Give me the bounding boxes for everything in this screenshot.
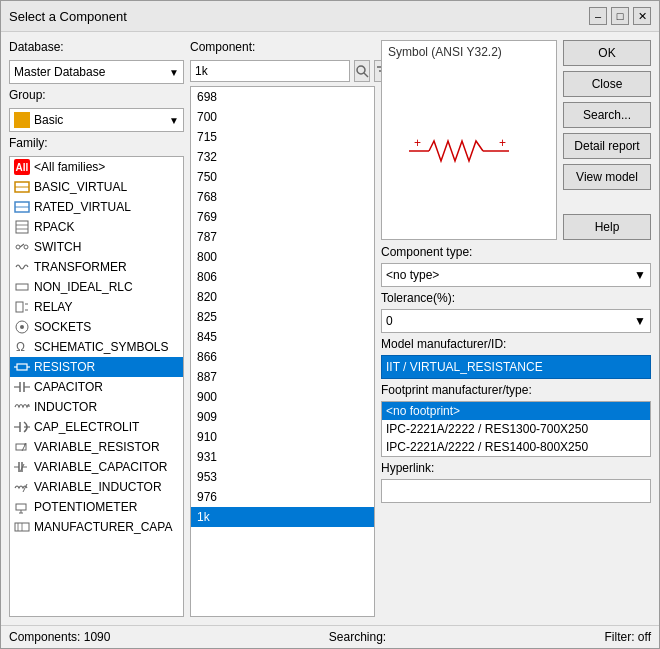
title-bar: Select a Component – □ ✕ <box>1 1 659 32</box>
detail-report-button[interactable]: Detail report <box>563 133 651 159</box>
footprint-label: Footprint manufacturer/type: <box>381 383 651 397</box>
components-count: Components: 1090 <box>9 630 110 644</box>
minimize-button[interactable]: – <box>589 7 607 25</box>
left-panel: Database: Master Database ▼ Group: Basic… <box>9 40 184 617</box>
family-item-transformer[interactable]: TRANSFORMER <box>10 257 183 277</box>
family-item-variable-capacitor[interactable]: VARIABLE_CAPACITOR <box>10 457 183 477</box>
component-item[interactable]: 820 <box>191 287 374 307</box>
svg-point-8 <box>24 245 28 249</box>
family-item-rated-virtual[interactable]: RATED_VIRTUAL <box>10 197 183 217</box>
svg-text:Ω: Ω <box>16 340 25 354</box>
component-item[interactable]: 698 <box>191 87 374 107</box>
family-item-manufacturer-capa[interactable]: MANUFACTURER_CAPA <box>10 517 183 537</box>
component-item[interactable]: 887 <box>191 367 374 387</box>
family-item-relay[interactable]: RELAY <box>10 297 183 317</box>
help-button[interactable]: Help <box>563 214 651 240</box>
family-item-variable-inductor-label: VARIABLE_INDUCTOR <box>34 480 162 494</box>
component-item[interactable]: 866 <box>191 347 374 367</box>
family-item-all[interactable]: All <All families> <box>10 157 183 177</box>
component-item[interactable]: 732 <box>191 147 374 167</box>
family-item-cap-electrolit-label: CAP_ELECTROLIT <box>34 420 139 434</box>
component-item[interactable]: 750 <box>191 167 374 187</box>
family-item-basic-virtual[interactable]: BASIC_VIRTUAL <box>10 177 183 197</box>
rated-virtual-icon <box>14 199 30 215</box>
symbol-and-buttons-area: Symbol (ANSI Y32.2) + + <box>381 40 651 240</box>
status-bar: Components: 1090 Searching: Filter: off <box>1 625 659 648</box>
component-list[interactable]: 698 700 715 732 750 768 769 787 800 806 … <box>190 86 375 617</box>
component-search-area <box>190 60 375 82</box>
basic-virtual-icon <box>14 179 30 195</box>
component-type-value: <no type> <box>386 268 439 282</box>
view-model-button[interactable]: View model <box>563 164 651 190</box>
component-item[interactable]: 787 <box>191 227 374 247</box>
sockets-icon <box>14 319 30 335</box>
properties-area: Component type: <no type> ▼ Tolerance(%)… <box>381 245 651 503</box>
family-item-rpack[interactable]: RPACK <box>10 217 183 237</box>
search-button[interactable] <box>354 60 370 82</box>
family-item-non-ideal-rlc[interactable]: NON_IDEAL_RLC <box>10 277 183 297</box>
component-item-selected[interactable]: 1k <box>191 507 374 527</box>
family-item-switch[interactable]: SWITCH <box>10 237 183 257</box>
family-item-inductor[interactable]: INDUCTOR <box>10 397 183 417</box>
footprint-item-res1300[interactable]: IPC-2221A/2222 / RES1300-700X250 <box>382 420 650 438</box>
component-item[interactable]: 768 <box>191 187 374 207</box>
symbol-canvas: + + <box>382 63 556 239</box>
svg-text:+: + <box>414 136 421 150</box>
family-list[interactable]: All <All families> BASIC_VIRTUAL RATED_V… <box>9 156 184 617</box>
database-dropdown[interactable]: Master Database ▼ <box>9 60 184 84</box>
component-type-label: Component type: <box>381 245 651 259</box>
component-type-arrow: ▼ <box>634 268 646 282</box>
family-item-potentiometer[interactable]: POTENTIOMETER <box>10 497 183 517</box>
component-search-input[interactable] <box>190 60 350 82</box>
family-item-capacitor[interactable]: CAPACITOR <box>10 377 183 397</box>
footprint-list[interactable]: <no footprint> IPC-2221A/2222 / RES1300-… <box>381 401 651 457</box>
hyperlink-input[interactable] <box>381 479 651 503</box>
family-item-variable-inductor[interactable]: VARIABLE_INDUCTOR <box>10 477 183 497</box>
family-item-variable-resistor[interactable]: VARIABLE_RESISTOR <box>10 437 183 457</box>
component-type-dropdown[interactable]: <no type> ▼ <box>381 263 651 287</box>
footprint-item-res1400[interactable]: IPC-2221A/2222 / RES1400-800X250 <box>382 438 650 456</box>
family-item-sockets-label: SOCKETS <box>34 320 91 334</box>
search-icon <box>355 64 369 78</box>
ok-button[interactable]: OK <box>563 40 651 66</box>
content-area: Database: Master Database ▼ Group: Basic… <box>1 32 659 625</box>
family-item-schematic-symbols[interactable]: Ω SCHEMATIC_SYMBOLS <box>10 337 183 357</box>
component-item[interactable]: 700 <box>191 107 374 127</box>
component-item[interactable]: 931 <box>191 447 374 467</box>
component-item[interactable]: 715 <box>191 127 374 147</box>
component-item[interactable]: 976 <box>191 487 374 507</box>
family-item-rated-virtual-label: RATED_VIRTUAL <box>34 200 131 214</box>
tolerance-dropdown[interactable]: 0 ▼ <box>381 309 651 333</box>
family-item-sockets[interactable]: SOCKETS <box>10 317 183 337</box>
footprint-item-no-footprint[interactable]: <no footprint> <box>382 402 650 420</box>
right-panel: Symbol (ANSI Y32.2) + + <box>381 40 651 617</box>
family-item-resistor[interactable]: RESISTOR <box>10 357 183 377</box>
component-item[interactable]: 825 <box>191 307 374 327</box>
component-item[interactable]: 845 <box>191 327 374 347</box>
symbol-area: Symbol (ANSI Y32.2) + + <box>381 40 557 240</box>
maximize-button[interactable]: □ <box>611 7 629 25</box>
component-item[interactable]: 800 <box>191 247 374 267</box>
tolerance-value: 0 <box>386 314 393 328</box>
group-icon <box>14 112 30 128</box>
component-item[interactable]: 806 <box>191 267 374 287</box>
component-item[interactable]: 900 <box>191 387 374 407</box>
family-item-cap-electrolit[interactable]: CAP_ELECTROLIT <box>10 417 183 437</box>
database-label: Database: <box>9 40 184 54</box>
group-value: Basic <box>34 113 63 127</box>
svg-rect-18 <box>17 364 27 370</box>
component-item[interactable]: 909 <box>191 407 374 427</box>
main-window: Select a Component – □ ✕ Database: Maste… <box>0 0 660 649</box>
component-item[interactable]: 953 <box>191 467 374 487</box>
action-buttons: OK Close Search... Detail report View mo… <box>563 40 651 240</box>
component-item[interactable]: 910 <box>191 427 374 447</box>
family-item-inductor-label: INDUCTOR <box>34 400 97 414</box>
component-item[interactable]: 769 <box>191 207 374 227</box>
model-manufacturer-label: Model manufacturer/ID: <box>381 337 651 351</box>
variable-capacitor-icon <box>14 459 30 475</box>
search-button[interactable]: Search... <box>563 102 651 128</box>
group-dropdown[interactable]: Basic ▼ <box>9 108 184 132</box>
window-title: Select a Component <box>9 9 127 24</box>
close-button[interactable]: Close <box>563 71 651 97</box>
close-button[interactable]: ✕ <box>633 7 651 25</box>
